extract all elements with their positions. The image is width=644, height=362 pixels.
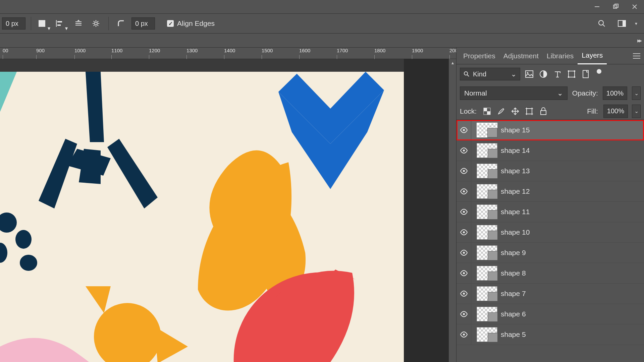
panel-menu-icon[interactable] (629, 53, 644, 59)
tab-adjustment[interactable]: Adjustment (499, 48, 543, 64)
filter-type-icon[interactable] (552, 69, 562, 79)
maximize-button[interactable] (606, 0, 625, 13)
svg-marker-23 (86, 286, 111, 313)
vertical-scrollbar[interactable]: ▴ (449, 59, 456, 362)
layer-row[interactable]: shape 10 (457, 222, 644, 243)
layer-thumbnail[interactable] (477, 327, 497, 342)
svg-point-17 (0, 213, 17, 233)
visibility-toggle-icon[interactable] (457, 284, 471, 304)
visibility-toggle-icon[interactable] (457, 243, 471, 263)
corner-radius-icon (114, 16, 128, 31)
visibility-toggle-icon[interactable] (457, 181, 471, 201)
filter-pixel-icon[interactable] (524, 69, 534, 79)
svg-point-7 (95, 22, 97, 25)
filter-kind-select[interactable]: Kind ⌄ (460, 68, 520, 80)
lock-position-icon[interactable] (510, 106, 520, 116)
svg-point-48 (463, 272, 465, 274)
visibility-toggle-icon[interactable] (457, 304, 471, 324)
filter-toggle-dot[interactable] (597, 69, 601, 74)
svg-point-43 (463, 170, 465, 172)
layer-thumbnail[interactable] (477, 164, 497, 178)
corner-radius-value: 0 px (135, 20, 148, 27)
layer-row[interactable]: shape 14 (457, 140, 644, 161)
layer-row[interactable]: shape 15 (457, 120, 644, 140)
arrange-icon[interactable] (71, 16, 86, 31)
corner-radius-field[interactable]: 0 px (131, 17, 155, 29)
close-button[interactable] (625, 0, 644, 13)
align-edges-label: Align Edges (177, 19, 215, 27)
lock-transparency-icon[interactable] (482, 106, 492, 116)
ruler-tick: 1100 (111, 48, 122, 53)
minimize-button[interactable] (588, 0, 606, 13)
ruler-tick: 00 (3, 48, 8, 53)
fill-chevron[interactable]: ⌄ (632, 105, 641, 118)
svg-point-42 (463, 149, 465, 152)
fill-value: 100% (607, 107, 624, 115)
layer-thumbnail[interactable] (477, 143, 497, 158)
align-icon[interactable]: ▾ (54, 16, 68, 31)
tab-properties[interactable]: Properties (459, 48, 499, 64)
filter-adjustment-icon[interactable] (538, 69, 548, 79)
layer-row[interactable]: shape 12 (457, 181, 644, 202)
gear-icon[interactable] (89, 16, 103, 31)
fill-swatch[interactable]: ▾ (37, 16, 51, 31)
ruler-tick: 200 (449, 48, 456, 53)
visibility-toggle-icon[interactable] (457, 140, 471, 161)
tab-layers[interactable]: Layers (578, 48, 607, 64)
layer-row[interactable]: shape 7 (457, 284, 644, 304)
visibility-toggle-icon[interactable] (457, 222, 471, 242)
canvas[interactable] (0, 72, 404, 362)
collapse-panels-icon[interactable]: ▸▸ (637, 37, 641, 44)
svg-marker-25 (154, 326, 188, 362)
layer-thumbnail[interactable] (477, 266, 497, 281)
visibility-toggle-icon[interactable] (457, 161, 471, 181)
lock-all-icon[interactable] (538, 106, 548, 116)
stroke-weight-field[interactable]: 0 px (2, 17, 25, 29)
visibility-toggle-icon[interactable] (457, 324, 471, 345)
layer-thumbnail[interactable] (477, 245, 497, 260)
layer-thumbnail[interactable] (477, 204, 497, 219)
canvas-area: 0090010001100120013001400150016001700180… (0, 48, 456, 362)
layer-name: shape 12 (501, 187, 530, 195)
layer-row[interactable]: shape 5 (457, 324, 644, 345)
scroll-up-arrow[interactable]: ▴ (449, 59, 456, 66)
layer-thumbnail[interactable] (477, 225, 497, 240)
layer-row[interactable]: shape 13 (457, 161, 644, 181)
fill-field[interactable]: 100% (603, 105, 628, 118)
lock-brush-icon[interactable] (496, 106, 506, 116)
layer-thumbnail[interactable] (477, 307, 497, 321)
layer-row[interactable]: shape 11 (457, 202, 644, 222)
search-icon[interactable] (595, 16, 609, 31)
lock-artboard-icon[interactable] (524, 106, 534, 116)
layer-row[interactable]: shape 9 (457, 243, 644, 263)
visibility-toggle-icon[interactable] (457, 120, 471, 140)
blend-mode-value: Normal (464, 89, 487, 97)
ruler-tick: 1800 (374, 48, 385, 53)
align-edges-checkbox[interactable]: ✓ (167, 20, 174, 27)
filter-shape-icon[interactable] (567, 69, 577, 79)
option-bar: 0 px ▾ ▾ 0 px ✓ Align Edges ▾ (0, 13, 644, 34)
lock-label: Lock: (460, 107, 477, 115)
layer-row[interactable]: shape 8 (457, 263, 644, 284)
filter-smartobject-icon[interactable] (581, 69, 591, 79)
ruler-tick: 1000 (74, 48, 86, 53)
svg-rect-5 (57, 21, 62, 22)
layer-thumbnail[interactable] (477, 184, 497, 199)
opacity-value: 100% (606, 89, 624, 97)
workspace-switcher-icon[interactable] (615, 16, 629, 31)
horizontal-ruler: 0090010001100120013001400150016001700180… (0, 48, 456, 59)
svg-rect-33 (568, 76, 569, 78)
svg-point-8 (599, 20, 603, 25)
visibility-toggle-icon[interactable] (457, 263, 471, 283)
visibility-toggle-icon[interactable] (457, 202, 471, 222)
tab-libraries[interactable]: Libraries (543, 48, 578, 64)
blend-mode-select[interactable]: Normal ⌄ (460, 86, 568, 100)
svg-point-18 (0, 243, 7, 263)
layer-row[interactable]: shape 6 (457, 304, 644, 324)
layer-thumbnail[interactable] (477, 286, 497, 301)
layer-thumbnail[interactable] (477, 123, 497, 137)
svg-point-51 (463, 334, 465, 336)
opacity-chevron[interactable]: ⌄ (632, 86, 641, 100)
opacity-field[interactable]: 100% (603, 86, 627, 100)
chevron-down-icon[interactable]: ▾ (635, 21, 637, 26)
